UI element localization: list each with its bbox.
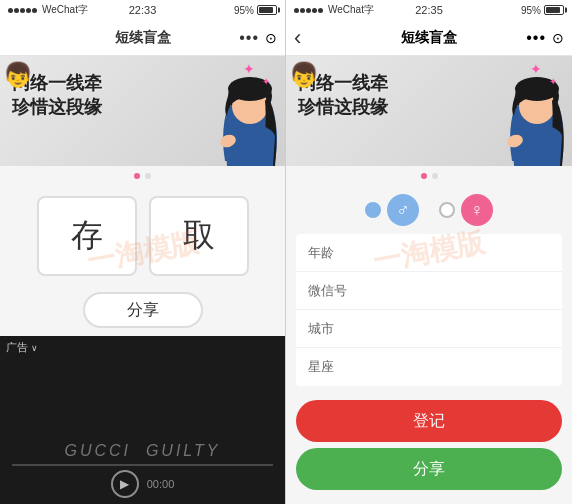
banner-character-left [185,61,285,166]
gender-row: ♂ ♀ [286,184,572,234]
banner-line2-left: 珍惜这段缘 [12,95,102,119]
field-wechat: 微信号 [296,272,562,310]
field-city: 城市 [296,310,562,348]
small-char-left: 👦 [3,61,33,89]
dot-active-right [421,173,427,179]
time-right: 22:35 [415,4,443,16]
ad-area: 广告 ∨ GUCCI GUILTY ▶ 00:00 [0,336,285,504]
nav-dots-right[interactable]: ••• [526,29,546,47]
battery-left [257,5,277,15]
scan-icon-right[interactable]: ⊙ [552,30,564,46]
nav-bar-left: 短续盲盒 ••• ⊙ [0,20,285,56]
carrier-right: WeChat字 [328,3,374,17]
banner-line2-right: 珍惜这段缘 [298,95,388,119]
sparkle2-icon-left: ✦ [262,76,270,87]
save-button[interactable]: 存 [37,196,137,276]
ad-progress-bar [12,464,273,466]
input-constellation[interactable] [348,360,550,375]
back-button[interactable]: ‹ [294,25,301,51]
dot-active-left [134,173,140,179]
ad-label: 广告 ∨ [6,340,38,355]
register-button[interactable]: 登记 [296,400,562,442]
banner-left: 网络一线牵 珍惜这段缘 ✦ ✦ [0,56,285,166]
status-bar-left: WeChat字 22:33 95% [0,0,285,20]
nav-bar-right: ‹ 短续盲盒 ••• ⊙ [286,20,572,56]
sparkle-icon-right: ✦ [530,61,542,77]
buttons-area-left: 存 取 [0,184,285,288]
dot-inactive-left [145,173,151,179]
ad-logo-text: GUCCI GUILTY [64,442,220,459]
nav-title-left: 短续盲盒 [115,29,171,47]
male-icon[interactable]: ♂ [387,194,419,226]
ad-controls: ▶ 00:00 [0,470,285,504]
male-radio[interactable] [365,202,381,218]
indicator-right [286,168,572,184]
female-radio[interactable] [439,202,455,218]
battery-pct-right: 95% [521,5,541,16]
nav-dots-left[interactable]: ••• [239,29,259,47]
banner-right: 网络一线牵 珍惜这段缘 ✦ ✦ 👦 [286,56,572,166]
take-button[interactable]: 取 [149,196,249,276]
sparkle-icon-left: ✦ [243,61,255,77]
ad-time: 00:00 [147,478,175,490]
form-fields: 年龄 微信号 城市 星座 [296,234,562,386]
carrier-left: WeChat字 [42,3,88,17]
label-age: 年龄 [308,244,348,262]
label-wechat: 微信号 [308,282,348,300]
field-constellation: 星座 [296,348,562,386]
nav-icons-left: ••• ⊙ [239,29,277,47]
time-left: 22:33 [129,4,157,16]
dot-inactive-right [432,173,438,179]
battery-right [544,5,564,15]
input-wechat[interactable] [348,283,550,298]
second-button[interactable]: 分享 [296,448,562,490]
battery-pct-left: 95% [234,5,254,16]
ad-arrow-icon: ∨ [31,343,38,353]
nav-title-right: 短续盲盒 [401,29,457,47]
signal-left [8,8,37,13]
signal-right [294,8,323,13]
banner-character-right [472,61,572,166]
indicator-left [0,168,285,184]
scan-icon-left[interactable]: ⊙ [265,30,277,46]
nav-icons-right: ••• ⊙ [526,29,564,47]
ad-logo: GUCCI GUILTY [0,442,285,460]
play-button[interactable]: ▶ [111,470,139,498]
second-btn-label: 分享 [413,459,445,480]
gender-female-option[interactable]: ♀ [439,194,493,226]
share-area: 分享 [0,292,285,328]
input-age[interactable] [348,245,550,260]
share-button[interactable]: 分享 [83,292,203,328]
input-city[interactable] [348,321,550,336]
label-city: 城市 [308,320,348,338]
label-constellation: 星座 [308,358,348,376]
right-phone: WeChat字 22:35 95% ‹ 短续盲盒 ••• ⊙ 网络一线牵 珍惜这… [286,0,572,504]
left-phone: WeChat字 22:33 95% 短续盲盒 ••• ⊙ 网络一线牵 珍惜这段缘 [0,0,286,504]
small-char-right: 👦 [289,61,319,89]
female-symbol: ♀ [470,200,484,221]
female-icon[interactable]: ♀ [461,194,493,226]
male-symbol: ♂ [396,200,410,221]
field-age: 年龄 [296,234,562,272]
gender-male-option[interactable]: ♂ [365,194,419,226]
status-bar-right: WeChat字 22:35 95% [286,0,572,20]
sparkle2-icon-right: ✦ [549,76,557,87]
